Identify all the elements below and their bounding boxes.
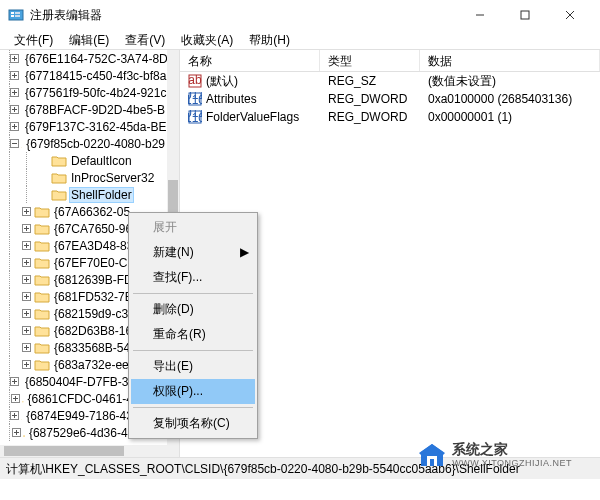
list-row[interactable]: ab(默认)REG_SZ(数值未设置) <box>180 72 600 90</box>
menubar: 文件(F) 编辑(E) 查看(V) 收藏夹(A) 帮助(H) <box>0 30 600 50</box>
tree-twisty[interactable] <box>21 291 32 302</box>
tree-horizontal-scrollbar[interactable] <box>0 445 167 457</box>
main-split: {676E1164-752C-3A74-8D{67718415-c450-4f3… <box>0 50 600 457</box>
tree-row[interactable]: InProcServer32 <box>0 169 167 186</box>
value-type-icon: 011110 <box>188 92 202 106</box>
tree-twisty[interactable] <box>21 359 32 370</box>
ctx-permissions[interactable]: 权限(P)... <box>131 379 255 404</box>
value-name: Attributes <box>206 92 257 106</box>
tree-twisty[interactable] <box>10 121 19 132</box>
tree-twisty[interactable] <box>10 70 19 81</box>
tree-twisty[interactable] <box>21 223 32 234</box>
menu-edit[interactable]: 编辑(E) <box>61 30 117 49</box>
col-name[interactable]: 名称 <box>180 50 320 71</box>
tree-twisty[interactable] <box>10 104 19 115</box>
list-row[interactable]: 011110FolderValueFlagsREG_DWORD0x0000000… <box>180 108 600 126</box>
ctx-find[interactable]: 查找(F)... <box>131 265 255 290</box>
col-type[interactable]: 类型 <box>320 50 420 71</box>
tree-label: {677561f9-50fc-4b24-921c <box>23 86 167 100</box>
regedit-icon <box>8 7 24 23</box>
tree-row[interactable]: {679F137C-3162-45da-BE <box>0 118 167 135</box>
tree-row[interactable]: {677561f9-50fc-4b24-921c <box>0 84 167 101</box>
svg-rect-3 <box>15 12 20 14</box>
tree-twisty[interactable] <box>21 257 32 268</box>
tree-twisty[interactable] <box>11 393 20 404</box>
ctx-expand[interactable]: 展开 <box>131 215 255 240</box>
svg-rect-4 <box>15 15 20 17</box>
folder-icon <box>34 273 50 287</box>
folder-icon <box>34 290 50 304</box>
tree-row[interactable]: {679f85cb-0220-4080-b29 <box>0 135 167 152</box>
ctx-rename[interactable]: 重命名(R) <box>131 322 255 347</box>
tree-label: {67A66362-05 <box>52 205 132 219</box>
folder-icon <box>34 239 50 253</box>
tree-twisty[interactable] <box>21 325 32 336</box>
minimize-button[interactable] <box>457 1 502 29</box>
maximize-button[interactable] <box>502 1 547 29</box>
tree-label: {676E1164-752C-3A74-8D <box>23 52 167 66</box>
tree-label: {679F137C-3162-45da-BE <box>23 120 167 134</box>
value-type: REG_DWORD <box>328 92 407 106</box>
tree-row[interactable]: DefaultIcon <box>0 152 167 169</box>
list-body[interactable]: ab(默认)REG_SZ(数值未设置)011110AttributesREG_D… <box>180 72 600 126</box>
folder-icon <box>34 205 50 219</box>
close-button[interactable] <box>547 1 592 29</box>
svg-text:110: 110 <box>188 93 202 106</box>
tree-row[interactable]: {67718415-c450-4f3c-bf8a <box>0 67 167 84</box>
submenu-arrow-icon: ▶ <box>240 245 249 259</box>
tree-twisty[interactable] <box>21 274 32 285</box>
tree-twisty-none <box>38 172 49 183</box>
tree-label: {67EF70E0-CC <box>52 256 138 270</box>
tree-twisty-none <box>38 155 49 166</box>
svg-text:ab: ab <box>188 74 202 87</box>
tree-label: InProcServer32 <box>69 171 156 185</box>
svg-rect-2 <box>11 15 14 17</box>
ctx-delete[interactable]: 删除(D) <box>131 297 255 322</box>
svg-rect-1 <box>11 12 14 14</box>
folder-icon <box>34 324 50 338</box>
tree-twisty-none <box>38 189 49 200</box>
watermark: 系统之家 WWW.XITONGZHIJIA.NET <box>418 442 572 468</box>
ctx-new[interactable]: 新建(N)▶ <box>131 240 255 265</box>
tree-row[interactable]: {676E1164-752C-3A74-8D <box>0 50 167 67</box>
folder-icon <box>21 409 22 423</box>
tree-twisty[interactable] <box>10 138 19 149</box>
tree-label: {67EA3D48-83 <box>52 239 135 253</box>
scrollbar-corner <box>167 445 179 457</box>
tree-label: {67CA7650-96 <box>52 222 134 236</box>
tree-row[interactable]: ShellFolder <box>0 186 167 203</box>
col-data[interactable]: 数据 <box>420 50 600 71</box>
ctx-copykey[interactable]: 复制项名称(C) <box>131 411 255 436</box>
tree-label: {679f85cb-0220-4080-b29 <box>24 137 167 151</box>
folder-icon <box>51 188 67 202</box>
tree-twisty[interactable] <box>21 342 32 353</box>
menu-help[interactable]: 帮助(H) <box>241 30 298 49</box>
menu-file[interactable]: 文件(F) <box>6 30 61 49</box>
tree-label: {678BFACF-9D2D-4be5-B <box>23 103 167 117</box>
value-data: 0xa0100000 (2685403136) <box>428 92 572 106</box>
tree-twisty[interactable] <box>21 308 32 319</box>
tree-twisty[interactable] <box>10 376 19 387</box>
value-name: (默认) <box>206 73 238 90</box>
menu-view[interactable]: 查看(V) <box>117 30 173 49</box>
svg-rect-6 <box>521 11 529 19</box>
tree-twisty[interactable] <box>21 240 32 251</box>
folder-icon <box>34 341 50 355</box>
list-row[interactable]: 011110AttributesREG_DWORD0xa0100000 (268… <box>180 90 600 108</box>
folder-icon <box>34 256 50 270</box>
list-header[interactable]: 名称 类型 数据 <box>180 50 600 72</box>
tree-twisty[interactable] <box>12 427 21 438</box>
tree-label: {6833568B-54 <box>52 341 132 355</box>
tree-twisty[interactable] <box>21 206 32 217</box>
tree-twisty[interactable] <box>10 410 19 421</box>
tree-label: {682D63B8-16 <box>52 324 134 338</box>
tree-twisty[interactable] <box>10 53 19 64</box>
tree-row[interactable]: {678BFACF-9D2D-4be5-B <box>0 101 167 118</box>
ctx-export[interactable]: 导出(E) <box>131 354 255 379</box>
tree-label: {67718415-c450-4f3c-bf8a <box>23 69 167 83</box>
tree-label: {682159d9-c3 <box>52 307 130 321</box>
watermark-logo-icon <box>418 442 446 468</box>
tree-twisty[interactable] <box>10 87 19 98</box>
menu-favorites[interactable]: 收藏夹(A) <box>173 30 241 49</box>
value-data: 0x00000001 (1) <box>428 110 512 124</box>
